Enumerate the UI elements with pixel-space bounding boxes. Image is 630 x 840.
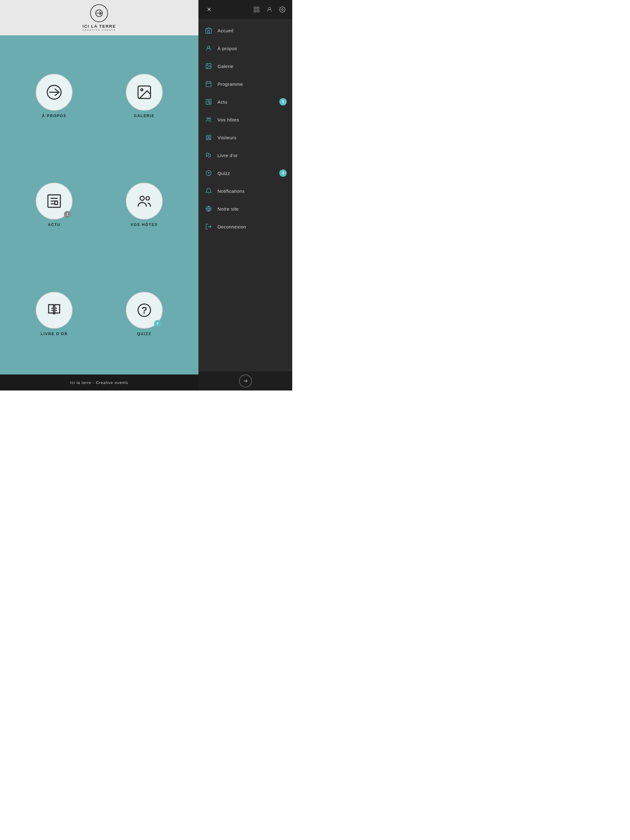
- svg-point-5: [141, 89, 143, 91]
- sidebar-label-notre-site: Notre site: [217, 206, 287, 212]
- svg-point-25: [207, 65, 208, 65]
- sidebar-label-vos-hotes: Vos hôtes: [217, 117, 287, 122]
- sidebar-item-quizz[interactable]: ? Quizz 3: [198, 164, 292, 182]
- grid-icon[interactable]: [252, 5, 261, 14]
- user-icon[interactable]: [265, 5, 274, 14]
- sidebar-label-accueil: Accueil: [217, 28, 287, 33]
- tile-actu-badge: 1: [64, 211, 71, 218]
- svg-rect-16: [257, 7, 259, 9]
- badge-icon: [204, 133, 213, 142]
- logo: ICI LA TERRE CREATIVE EVENTS: [82, 4, 116, 32]
- sidebar-nav: Accueil À propos Galerie: [198, 19, 292, 371]
- tile-galerie-label: GALERIE: [134, 114, 154, 118]
- sidebar-item-a-propos[interactable]: À propos: [198, 39, 292, 57]
- sidebar-item-vos-hotes[interactable]: Vos hôtes: [198, 111, 292, 128]
- tile-quizz[interactable]: ? 3 QUIZZ: [103, 262, 187, 365]
- content-grid: À PROPOS GALERIE: [0, 35, 198, 374]
- tile-galerie-icon-wrapper: [126, 74, 163, 111]
- sidebar: ✕: [198, 0, 292, 390]
- svg-rect-15: [254, 7, 256, 9]
- sidebar-item-notifications[interactable]: Notifications: [198, 182, 292, 200]
- sidebar-item-deconnexion[interactable]: Deconnexion: [198, 218, 292, 235]
- home-icon: [204, 26, 213, 35]
- globe-icon: [204, 204, 213, 213]
- svg-point-35: [209, 118, 211, 119]
- newspaper-icon: [204, 97, 213, 106]
- logo-circle: [90, 4, 108, 22]
- tile-quizz-icon-wrapper: ? 3: [126, 292, 163, 329]
- sidebar-footer: [198, 371, 292, 390]
- tile-livre-dor-icon-wrapper: [36, 292, 73, 329]
- tile-a-propos[interactable]: À PROPOS: [12, 44, 96, 147]
- tile-a-propos-icon-wrapper: [36, 74, 73, 111]
- tile-vos-hotes[interactable]: VOS HÔTES: [103, 153, 187, 256]
- tile-vos-hotes-circle: [126, 183, 163, 219]
- sidebar-item-galerie[interactable]: Galerie: [198, 57, 292, 75]
- tile-quizz-badge: 3: [154, 320, 161, 327]
- main-panel: ICI LA TERRE CREATIVE EVENTS À PROPOS: [0, 0, 198, 390]
- sidebar-item-accueil[interactable]: Accueil: [198, 22, 292, 39]
- person-icon: [204, 44, 213, 53]
- tile-livre-dor[interactable]: LIVRE D'OR: [12, 262, 96, 365]
- tile-livre-dor-label: LIVRE D'OR: [41, 332, 68, 336]
- svg-point-12: [146, 197, 149, 200]
- sidebar-footer-button[interactable]: [239, 374, 252, 387]
- sidebar-item-actu[interactable]: Actu 1: [198, 93, 292, 111]
- tile-vos-hotes-label: VOS HÔTES: [131, 223, 158, 227]
- question-icon: ?: [204, 169, 213, 178]
- app-header: ICI LA TERRE CREATIVE EVENTS: [0, 0, 198, 35]
- tile-quizz-label: QUIZZ: [137, 332, 151, 336]
- sidebar-label-a-propos: À propos: [217, 46, 287, 51]
- sidebar-item-visiteurs[interactable]: Visiteurs: [198, 128, 292, 146]
- sidebar-label-visiteurs: Visiteurs: [217, 135, 287, 140]
- tile-vos-hotes-icon-wrapper: [126, 183, 163, 219]
- image-icon: [204, 62, 213, 71]
- tile-actu-icon-wrapper: 1: [36, 183, 73, 219]
- svg-point-34: [207, 118, 209, 120]
- svg-point-19: [268, 7, 271, 9]
- svg-rect-10: [55, 201, 58, 204]
- svg-point-23: [207, 46, 209, 48]
- sidebar-header-icons: [252, 5, 287, 14]
- logo-title: ICI LA TERRE: [82, 24, 116, 29]
- svg-text:?: ?: [141, 305, 147, 316]
- svg-point-37: [207, 136, 209, 138]
- tile-actu-label: ACTU: [48, 223, 60, 227]
- sidebar-label-notifications: Notifications: [217, 188, 287, 194]
- sidebar-label-deconnexion: Deconnexion: [217, 224, 287, 229]
- sidebar-label-livre-dor: Livre d'or: [217, 153, 287, 158]
- svg-point-20: [282, 9, 283, 11]
- app-footer: Ici la terre - Creative events: [0, 374, 198, 390]
- close-button[interactable]: ✕: [204, 5, 214, 14]
- tile-galerie-circle: [126, 74, 163, 111]
- tile-a-propos-circle: [36, 74, 73, 111]
- settings-icon[interactable]: [278, 5, 287, 14]
- sidebar-item-notre-site[interactable]: Notre site: [198, 200, 292, 218]
- sidebar-header: ✕: [198, 0, 292, 19]
- calendar-icon: [204, 79, 213, 88]
- tile-actu[interactable]: 1 ACTU: [12, 153, 96, 256]
- logout-icon: [204, 222, 213, 231]
- logo-subtitle: CREATIVE EVENTS: [82, 29, 116, 31]
- sidebar-label-galerie: Galerie: [217, 64, 287, 69]
- quizz-badge: 3: [279, 169, 287, 177]
- svg-rect-21: [206, 29, 211, 33]
- svg-rect-18: [257, 10, 259, 12]
- sidebar-item-livre-dor[interactable]: Livre d'or: [198, 146, 292, 164]
- svg-rect-26: [206, 82, 211, 87]
- sidebar-label-quizz: Quizz: [217, 171, 279, 176]
- bell-icon: [204, 186, 213, 196]
- footer-text: Ici la terre - Creative events: [70, 381, 128, 385]
- tile-galerie[interactable]: GALERIE: [103, 44, 187, 147]
- actu-badge: 1: [279, 98, 287, 106]
- svg-rect-22: [207, 30, 209, 33]
- tile-livre-dor-circle: [36, 292, 73, 329]
- chat-icon: [204, 151, 213, 160]
- svg-rect-17: [254, 10, 256, 12]
- users-icon: [204, 115, 213, 124]
- sidebar-item-programme[interactable]: Programme: [198, 75, 292, 93]
- tile-a-propos-label: À PROPOS: [42, 114, 66, 118]
- svg-point-11: [140, 196, 144, 201]
- svg-text:?: ?: [207, 172, 210, 175]
- sidebar-label-programme: Programme: [217, 82, 287, 87]
